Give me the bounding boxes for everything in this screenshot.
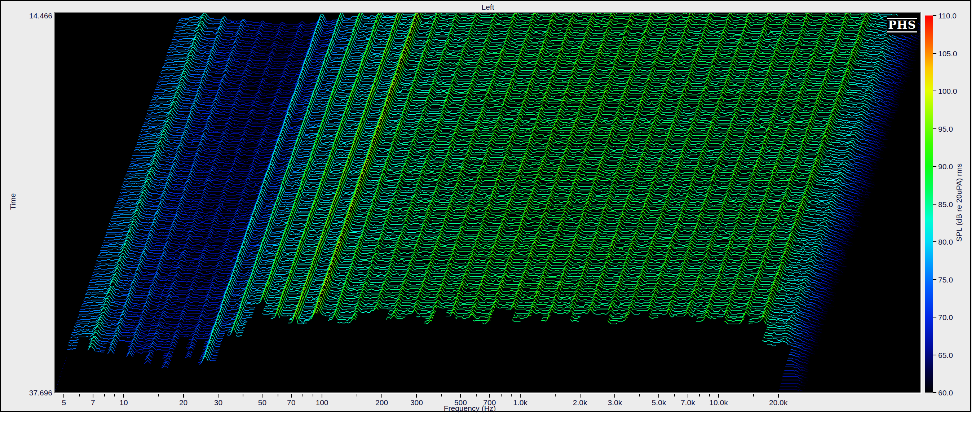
colorbar-tick-label-100.0: 100.0 <box>938 87 967 95</box>
freq-tick-2.0k <box>580 394 581 398</box>
colorbar-tick-label-60.0: 60.0 <box>938 389 967 396</box>
plot-title: Left <box>55 3 921 11</box>
freq-tick-5.0k <box>659 394 659 398</box>
colorbar-title: SPL (dB re 20uPA) rms <box>955 156 963 250</box>
colorbar-tick-label-70.0: 70.0 <box>938 313 967 321</box>
colorbar-tick-85.0 <box>933 204 936 205</box>
colorbar-tick-60.0 <box>933 392 936 393</box>
freq-tick-50 <box>262 394 262 398</box>
freq-minor-tick-1500 <box>555 394 555 396</box>
freq-minor-tick-6 <box>80 394 80 396</box>
plot-frame <box>54 12 921 394</box>
colorbar-tick-70.0 <box>933 317 936 318</box>
freq-minor-tick-9000 <box>709 394 710 396</box>
colorbar-tick-100.0 <box>933 91 936 91</box>
freq-minor-tick-6000 <box>674 394 675 396</box>
freq-minor-tick-8000 <box>699 394 700 396</box>
colorbar-tick-65.0 <box>933 355 936 355</box>
colorbar-tick-90.0 <box>933 166 936 167</box>
freq-tick-7.0k <box>687 394 688 398</box>
freq-tick-500 <box>460 394 461 398</box>
screenshot-stage: Left 14.466 37.696 Time 5710203050701002… <box>0 0 980 425</box>
freq-tick-7 <box>93 394 93 398</box>
freq-minor-tick-600 <box>476 394 477 396</box>
freq-tick-200 <box>382 394 382 398</box>
freq-minor-tick-60 <box>278 394 278 396</box>
colorbar-tick-label-65.0: 65.0 <box>938 352 967 359</box>
waterfall-plot[interactable] <box>55 13 921 393</box>
colorbar-tick-label-95.0: 95.0 <box>938 125 967 133</box>
freq-tick-700 <box>489 394 490 398</box>
freq-tick-10 <box>123 394 124 398</box>
freq-minor-tick-8 <box>104 394 105 396</box>
phs-logo-text: PHS <box>887 18 917 32</box>
colorbar-tick-label-105.0: 105.0 <box>938 50 967 58</box>
time-axis-top-value: 14.466 <box>14 12 52 19</box>
colorbar-tick-75.0 <box>933 279 936 280</box>
freq-minor-tick-80 <box>302 394 303 396</box>
freq-tick-20 <box>183 394 184 398</box>
freq-minor-tick-150 <box>356 394 357 396</box>
colorbar-tick-label-110.0: 110.0 <box>938 12 967 19</box>
freq-tick-10.0k <box>718 394 719 398</box>
colorbar-tick-95.0 <box>933 128 936 129</box>
time-axis-title: Time <box>9 184 17 220</box>
freq-minor-tick-900 <box>511 394 512 396</box>
freq-minor-tick-90 <box>313 394 313 396</box>
app-window: Left 14.466 37.696 Time 5710203050701002… <box>0 0 971 412</box>
freq-tick-1.0k <box>520 394 521 398</box>
freq-tick-70 <box>291 394 292 398</box>
frequency-axis-title: Frequency (Hz) <box>55 404 885 412</box>
freq-minor-tick-15 <box>158 394 159 396</box>
freq-tick-300 <box>416 394 417 398</box>
freq-minor-tick-4000 <box>639 394 640 396</box>
time-axis-bottom-value: 37.696 <box>14 389 52 396</box>
freq-minor-tick-15000 <box>753 394 754 396</box>
freq-tick-5 <box>64 394 64 398</box>
colorbar-tick-label-75.0: 75.0 <box>938 276 967 284</box>
colorbar-tick-105.0 <box>933 53 936 54</box>
freq-tick-100 <box>321 394 322 398</box>
freq-minor-tick-40 <box>243 394 243 396</box>
colorbar-tick-110.0 <box>933 15 936 16</box>
freq-minor-tick-9 <box>114 394 115 396</box>
freq-minor-tick-800 <box>501 394 501 396</box>
colorbar-tick-80.0 <box>933 241 936 242</box>
freq-tick-30 <box>218 394 218 398</box>
colorbar-gradient <box>925 16 933 393</box>
freq-tick-3.0k <box>614 394 615 398</box>
freq-minor-tick-400 <box>441 394 442 396</box>
freq-tick-20.0k <box>778 394 779 398</box>
phs-logo: PHS <box>887 16 918 35</box>
